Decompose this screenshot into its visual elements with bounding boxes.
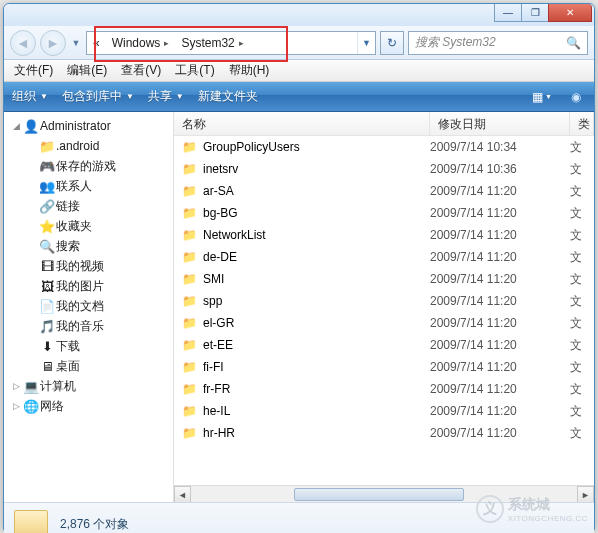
tree-item-label: 链接: [56, 198, 80, 215]
breadcrumb-system32[interactable]: System32 ▸: [175, 32, 249, 54]
file-name: ar-SA: [203, 184, 234, 198]
table-row[interactable]: 📁et-EE2009/7/14 11:20文: [174, 334, 594, 356]
table-row[interactable]: 📁GroupPolicyUsers2009/7/14 10:34文: [174, 136, 594, 158]
search-input[interactable]: 搜索 System32 🔍: [408, 31, 588, 55]
tree-item-contacts[interactable]: 👥联系人: [4, 176, 173, 196]
tree-item-links[interactable]: 🔗链接: [4, 196, 173, 216]
file-date: 2009/7/14 11:20: [430, 360, 570, 374]
tree-item-search[interactable]: 🔍搜索: [4, 236, 173, 256]
table-row[interactable]: 📁de-DE2009/7/14 11:20文: [174, 246, 594, 268]
folder-icon: 📁: [182, 184, 197, 198]
expander-icon[interactable]: ▷: [10, 401, 22, 411]
table-row[interactable]: 📁bg-BG2009/7/14 11:20文: [174, 202, 594, 224]
pictures-icon: 🖼: [38, 278, 56, 294]
tree-item-user[interactable]: ◢👤Administrator: [4, 116, 173, 136]
titlebar[interactable]: — ❐ ✕: [4, 4, 594, 26]
tree-item-favorites[interactable]: ⭐收藏夹: [4, 216, 173, 236]
search-icon: 🔍: [566, 36, 581, 50]
contacts-icon: 👥: [38, 178, 56, 194]
tree-item-label: Administrator: [40, 119, 111, 133]
breadcrumb-label: System32: [181, 36, 234, 50]
minimize-button[interactable]: —: [494, 4, 522, 22]
file-type: 文: [570, 315, 594, 332]
file-type: 文: [570, 271, 594, 288]
tree-item-desktop[interactable]: 🖥桌面: [4, 356, 173, 376]
tree-item-pictures[interactable]: 🖼我的图片: [4, 276, 173, 296]
folder-icon: 📁: [182, 272, 197, 286]
watermark-logo-icon: 义: [476, 495, 504, 523]
forward-button[interactable]: ►: [40, 30, 66, 56]
tree-item-label: 我的文档: [56, 298, 104, 315]
tree-item-music[interactable]: 🎵我的音乐: [4, 316, 173, 336]
menu-tools[interactable]: 工具(T): [169, 60, 220, 81]
file-type: 文: [570, 293, 594, 310]
folder-icon: 📁: [182, 140, 197, 154]
folder-large-icon: [14, 510, 48, 534]
tree-item-folder[interactable]: 📁.android: [4, 136, 173, 156]
tree-item-computer[interactable]: ▷💻计算机: [4, 376, 173, 396]
column-type[interactable]: 类: [570, 112, 594, 135]
table-row[interactable]: 📁fi-FI2009/7/14 11:20文: [174, 356, 594, 378]
share-button[interactable]: 共享 ▼: [148, 88, 184, 105]
nav-tree[interactable]: ◢👤Administrator📁.android🎮保存的游戏👥联系人🔗链接⭐收藏…: [4, 112, 174, 502]
close-button[interactable]: ✕: [548, 4, 592, 22]
folder-icon: 📁: [182, 404, 197, 418]
column-date[interactable]: 修改日期: [430, 112, 570, 135]
expander-icon[interactable]: ◢: [10, 121, 22, 131]
table-row[interactable]: 📁he-IL2009/7/14 11:20文: [174, 400, 594, 422]
table-row[interactable]: 📁SMI2009/7/14 11:20文: [174, 268, 594, 290]
address-dropdown[interactable]: ▼: [357, 32, 375, 54]
include-in-library-button[interactable]: 包含到库中 ▼: [62, 88, 134, 105]
scroll-left-button[interactable]: ◄: [174, 486, 191, 502]
refresh-button[interactable]: ↻: [380, 31, 404, 55]
menu-edit[interactable]: 编辑(E): [61, 60, 113, 81]
file-date: 2009/7/14 11:20: [430, 338, 570, 352]
column-name[interactable]: 名称: [174, 112, 430, 135]
menu-file[interactable]: 文件(F): [8, 60, 59, 81]
table-row[interactable]: 📁hr-HR2009/7/14 11:20文: [174, 422, 594, 444]
overflow-chevron-icon: «: [93, 36, 100, 50]
help-button[interactable]: ◉: [566, 87, 586, 107]
maximize-button[interactable]: ❐: [521, 4, 549, 22]
tree-item-downloads[interactable]: ⬇下载: [4, 336, 173, 356]
new-folder-button[interactable]: 新建文件夹: [198, 88, 258, 105]
scroll-thumb[interactable]: [294, 488, 464, 501]
view-options-button[interactable]: ▦ ▼: [532, 87, 552, 107]
menu-help[interactable]: 帮助(H): [223, 60, 276, 81]
table-row[interactable]: 📁spp2009/7/14 11:20文: [174, 290, 594, 312]
breadcrumb-windows[interactable]: Windows ▸: [106, 32, 176, 54]
file-list[interactable]: 📁GroupPolicyUsers2009/7/14 10:34文📁inetsr…: [174, 136, 594, 485]
organize-button[interactable]: 组织 ▼: [12, 88, 48, 105]
history-dropdown[interactable]: ▼: [70, 34, 82, 52]
folder-icon: 📁: [182, 206, 197, 220]
tree-item-label: 我的视频: [56, 258, 104, 275]
command-bar: 组织 ▼ 包含到库中 ▼ 共享 ▼ 新建文件夹 ▦ ▼ ◉: [4, 82, 594, 112]
chevron-down-icon: ▼: [40, 92, 48, 101]
table-row[interactable]: 📁ar-SA2009/7/14 11:20文: [174, 180, 594, 202]
file-name: GroupPolicyUsers: [203, 140, 300, 154]
table-row[interactable]: 📁NetworkList2009/7/14 11:20文: [174, 224, 594, 246]
chevron-down-icon: ▼: [176, 92, 184, 101]
breadcrumb-overflow[interactable]: «: [87, 32, 106, 54]
file-type: 文: [570, 249, 594, 266]
file-name: SMI: [203, 272, 224, 286]
file-type: 文: [570, 227, 594, 244]
tree-item-documents[interactable]: 📄我的文档: [4, 296, 173, 316]
table-row[interactable]: 📁el-GR2009/7/14 11:20文: [174, 312, 594, 334]
menu-view[interactable]: 查看(V): [115, 60, 167, 81]
table-row[interactable]: 📁fr-FR2009/7/14 11:20文: [174, 378, 594, 400]
tree-item-savedgames[interactable]: 🎮保存的游戏: [4, 156, 173, 176]
explorer-window: — ❐ ✕ ◄ ► ▼ « Windows ▸ System32 ▸ ▼ ↻: [3, 3, 595, 530]
chevron-right-icon: ▸: [164, 38, 169, 48]
table-row[interactable]: 📁inetsrv2009/7/14 10:36文: [174, 158, 594, 180]
tree-item-label: 联系人: [56, 178, 92, 195]
back-button[interactable]: ◄: [10, 30, 36, 56]
navigation-row: ◄ ► ▼ « Windows ▸ System32 ▸ ▼ ↻ 搜索 Syst…: [4, 26, 594, 60]
expander-icon[interactable]: ▷: [10, 381, 22, 391]
content-area: ◢👤Administrator📁.android🎮保存的游戏👥联系人🔗链接⭐收藏…: [4, 112, 594, 502]
newfolder-label: 新建文件夹: [198, 88, 258, 105]
file-name: spp: [203, 294, 222, 308]
address-bar[interactable]: « Windows ▸ System32 ▸ ▼: [86, 31, 376, 55]
tree-item-videos[interactable]: 🎞我的视频: [4, 256, 173, 276]
tree-item-network[interactable]: ▷🌐网络: [4, 396, 173, 416]
